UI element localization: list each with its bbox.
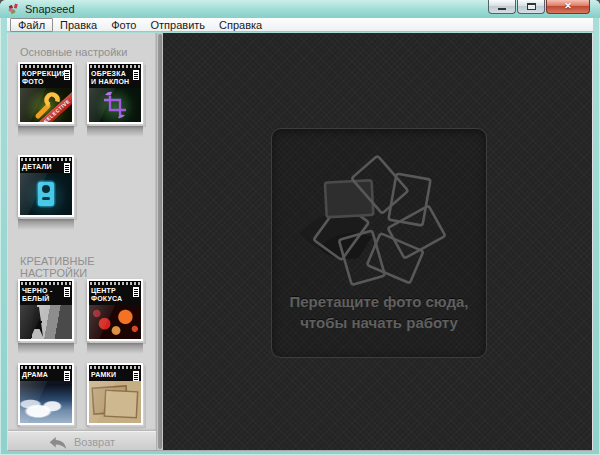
thumb-reflection [18,343,74,354]
filter-label: ОБРЕЗКА И НАКЛОН [89,68,141,88]
canvas-area: Перетащите фото сюда, чтобы начать работ… [163,33,592,450]
barcode-icon [64,70,70,80]
gloss-overlay [20,381,72,423]
barcode-icon [133,287,139,297]
filter-label: ДЕТАЛИ [20,161,72,173]
menu-file[interactable]: Файл [10,18,53,32]
dropzone-line1: Перетащите фото сюда, [272,291,486,312]
filter-tune-image[interactable]: КОРРЕКЦИЯ ФОТО SELECTIVE [18,62,74,124]
gloss-overlay [89,88,141,122]
thumb-reflection [18,219,74,230]
titlebar[interactable]: Snapseed ✕ [0,0,600,18]
barcode-icon [64,371,70,381]
filter-center-focus[interactable]: ЦЕНТР ФОКУСА [87,279,143,341]
filters-sidebar: Основные настройки КОРРЕКЦИЯ ФОТО SELECT… [8,33,156,450]
filter-label: КОРРЕКЦИЯ ФОТО [20,68,72,88]
barcode-icon [133,70,139,80]
photo-dropzone[interactable]: Перетащите фото сюда, чтобы начать работ… [271,128,487,358]
filter-label: ЦЕНТР ФОКУСА [89,285,141,305]
app-window: Snapseed ✕ Файл Правка Фото Отправить Сп… [0,0,600,455]
filter-label: ЧЕРНО - БЕЛЫЙ [20,285,72,305]
maximize-icon [527,3,536,10]
back-label: Возврат [74,436,115,448]
menubar: Файл Правка Фото Отправить Справка [7,18,593,32]
back-arrow-icon [49,436,67,449]
close-icon: ✕ [564,2,572,11]
snapseed-logo-icon [8,3,20,15]
app-body: Основные настройки КОРРЕКЦИЯ ФОТО SELECT… [7,33,593,451]
filter-label: ДРАМА [20,369,72,381]
barcode-icon [133,371,139,381]
filter-details[interactable]: ДЕТАЛИ [18,155,74,217]
gloss-overlay [20,305,72,339]
menu-photo[interactable]: Фото [104,19,143,31]
gloss-overlay [89,381,141,423]
scrollbar-thumb[interactable] [158,34,162,449]
filter-label: РАМКИ [89,369,141,381]
minimize-button[interactable] [488,0,516,14]
sidebar-scrollbar[interactable] [156,33,163,450]
pinwheel-logo-icon [289,141,469,301]
maximize-button[interactable] [517,0,545,14]
filter-black-white[interactable]: ЧЕРНО - БЕЛЫЙ [18,279,74,341]
menu-share[interactable]: Отправить [144,19,213,31]
window-title: Snapseed [25,3,75,15]
barcode-icon [64,287,70,297]
dropzone-line2: чтобы начать работу [272,312,486,333]
thumb-reflection [87,126,143,137]
close-button[interactable]: ✕ [546,0,590,14]
filter-frames[interactable]: РАМКИ [87,363,143,425]
gloss-overlay [89,305,141,339]
barcode-icon [64,163,70,173]
thumb-reflection [18,126,74,137]
thumb-reflection [87,343,143,354]
filter-drama[interactable]: ДРАМА [18,363,74,425]
menu-help[interactable]: Справка [212,19,269,31]
minimize-icon [498,8,506,10]
gloss-overlay [20,173,72,215]
section-header-creative: КРЕАТИВНЫЕ НАСТРОЙКИ [20,255,156,279]
menu-edit[interactable]: Правка [53,19,104,31]
back-button[interactable]: Возврат [8,431,156,450]
filter-crop-rotate[interactable]: ОБРЕЗКА И НАКЛОН [87,62,143,124]
section-header-basic: Основные настройки [20,46,127,58]
dropzone-text: Перетащите фото сюда, чтобы начать работ… [272,291,486,333]
